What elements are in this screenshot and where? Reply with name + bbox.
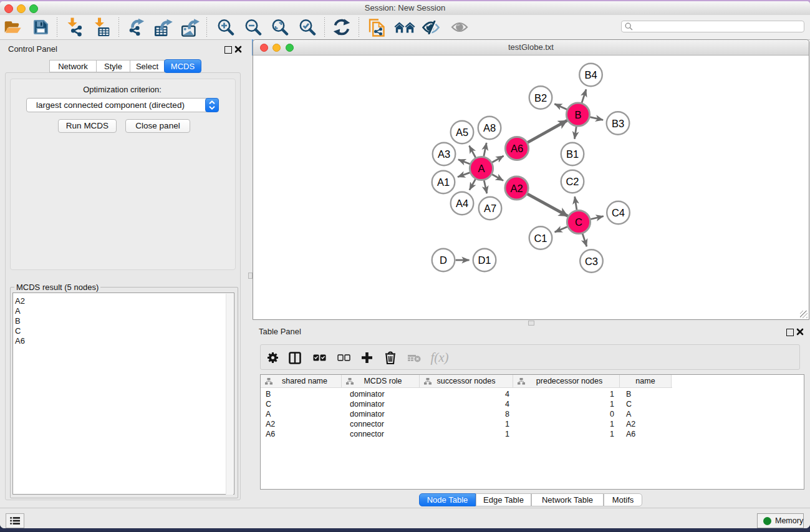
svg-text:A3: A3 [438,148,450,160]
svg-text:C: C [575,216,582,228]
svg-text:A: A [478,163,485,174]
svg-text:D: D [440,254,447,266]
svg-text:A1: A1 [437,177,450,188]
svg-text:A2: A2 [510,183,523,194]
svg-text:C1: C1 [534,233,547,244]
svg-text:C4: C4 [612,207,625,218]
svg-text:A6: A6 [511,143,523,154]
svg-text:A5: A5 [456,127,468,138]
svg-text:C3: C3 [585,256,598,267]
svg-text:B4: B4 [584,69,597,80]
svg-text:B2: B2 [534,92,547,104]
svg-text:A8: A8 [483,122,496,133]
svg-text:B1: B1 [566,148,579,160]
svg-text:C2: C2 [566,176,579,187]
svg-text:B3: B3 [612,118,624,129]
svg-text:A4: A4 [456,198,468,209]
svg-text:D1: D1 [478,254,491,266]
svg-text:A7: A7 [484,203,496,214]
svg-text:B: B [574,109,581,120]
